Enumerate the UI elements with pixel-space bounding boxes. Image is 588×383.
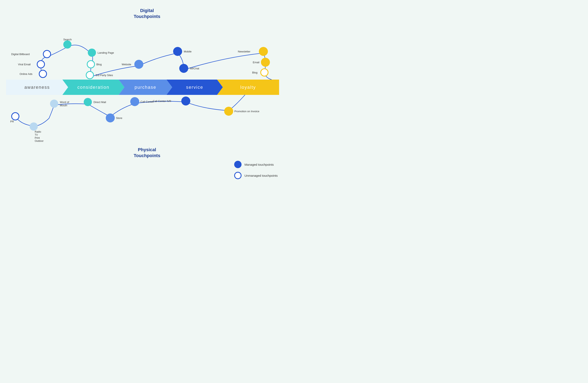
- label-pr: PR: [10, 120, 14, 123]
- segment-service: service: [167, 80, 223, 95]
- node-viral-email: [37, 60, 44, 68]
- label-mobile: Mobile: [184, 50, 191, 53]
- node-landing-page: [88, 49, 96, 57]
- label-tv: TV: [35, 133, 38, 136]
- node-mobile: [173, 47, 182, 56]
- label-store: Store: [116, 117, 122, 120]
- unmanaged-dot-icon: [234, 172, 242, 179]
- node-radio-tv: [30, 122, 38, 131]
- label-word-of-mouth: Word of: [60, 101, 69, 104]
- segment-awareness: awareness: [6, 80, 68, 95]
- label-blog-top: Blog: [96, 63, 102, 66]
- legend-unmanaged-label: Unmanaged touchpoints: [244, 174, 278, 177]
- legend-managed-label: Managed touchpoints: [244, 163, 273, 166]
- node-digital-billboard: [43, 50, 51, 58]
- digital-touchpoints-label: Digital Touchpoints: [126, 8, 168, 20]
- label-third-party: 3rd Party Sites: [96, 74, 113, 77]
- main-container: Digital Touchpoints Physical Touchpoints…: [0, 0, 294, 191]
- segment-purchase: purchase: [119, 80, 172, 95]
- legend-managed: Managed touchpoints: [234, 161, 278, 168]
- label-email: Email: [253, 61, 259, 64]
- legend-unmanaged: Unmanaged touchpoints: [234, 172, 278, 179]
- label-call-center-ivr: Call Center IVR: [153, 100, 171, 103]
- node-store: [106, 113, 115, 122]
- label-viral-email: Viral Email: [18, 63, 31, 66]
- segment-consideration: consideration: [63, 80, 125, 95]
- label-direct-mail: Direct Mail: [93, 101, 106, 104]
- segment-consideration-label: consideration: [77, 85, 109, 90]
- label-radio-tv: Radio: [35, 130, 41, 133]
- node-im-chat: [179, 64, 188, 73]
- journey-bar: awareness consideration purchase service…: [6, 80, 288, 95]
- label-website: Website: [122, 63, 131, 66]
- node-word-of-mouth: [50, 100, 58, 108]
- label-search: Search: [63, 38, 72, 41]
- label-print: Print: [35, 137, 40, 139]
- node-blog-right: [261, 69, 268, 76]
- node-search: [63, 40, 71, 49]
- node-call-center-ivr: [181, 97, 190, 105]
- label-online-ads: Online Ads: [20, 72, 32, 76]
- managed-dot-icon: [234, 161, 242, 168]
- segment-loyalty: loyalty: [217, 80, 279, 95]
- physical-touchpoints-label: Physical Touchpoints: [126, 147, 168, 159]
- node-pr: [12, 113, 19, 120]
- label-word-of-mouth-2: Mouth: [60, 104, 67, 107]
- segment-loyalty-label: loyalty: [240, 85, 256, 90]
- node-blog-top: [87, 60, 95, 68]
- legend: Managed touchpoints Unmanaged touchpoint…: [234, 161, 278, 179]
- segment-purchase-label: purchase: [135, 85, 156, 90]
- label-im-chat: IM/Chat: [190, 67, 199, 70]
- label-call-center: Call Center: [141, 100, 154, 103]
- node-website: [134, 60, 143, 69]
- node-call-center: [130, 97, 139, 106]
- label-blog-right: Blog: [252, 71, 257, 74]
- label-outdoor: Outdoor: [35, 140, 43, 142]
- label-digital-billboard: Digital Billboard: [11, 53, 30, 56]
- node-newsletter: [259, 47, 268, 56]
- node-promotion-invoice: [224, 107, 233, 116]
- node-third-party: [86, 71, 93, 79]
- segment-awareness-label: awareness: [24, 85, 50, 90]
- node-direct-mail: [84, 98, 92, 106]
- node-online-ads: [39, 70, 46, 78]
- segment-service-label: service: [186, 85, 203, 90]
- label-newsletter: Newsletter: [238, 50, 251, 53]
- label-promotion-invoice: Promotion on Invoice: [234, 110, 259, 113]
- node-email: [261, 58, 270, 67]
- label-landing-page: Landing Page: [98, 51, 114, 54]
